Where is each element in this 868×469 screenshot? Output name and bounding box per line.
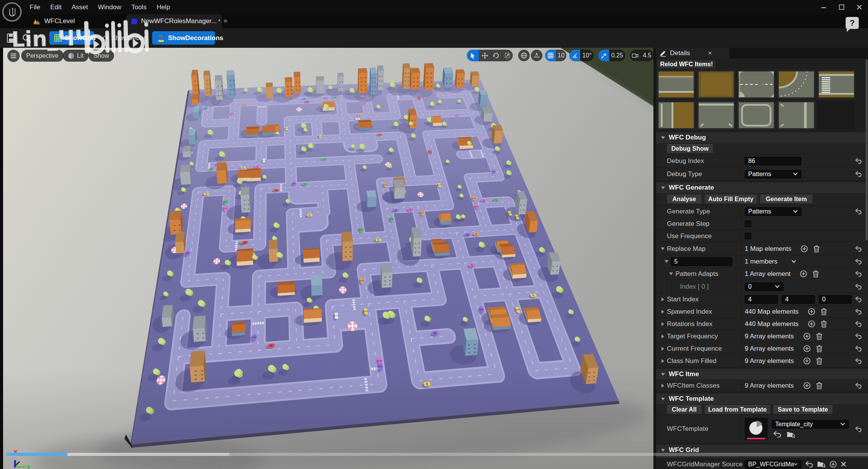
- add-element-button[interactable]: [803, 345, 811, 352]
- wfc-tile-thumb[interactable]: [697, 101, 735, 130]
- delete-element-icon[interactable]: [816, 333, 823, 340]
- menu-edit[interactable]: Edit: [45, 0, 66, 14]
- expander-right-icon[interactable]: [661, 322, 665, 326]
- delete-element-button[interactable]: [821, 308, 827, 315]
- undo-icon[interactable]: [855, 296, 863, 302]
- chevron-down-icon[interactable]: [793, 210, 798, 213]
- reset-to-default-button[interactable]: [855, 284, 863, 289]
- delete-element-icon[interactable]: [821, 320, 827, 328]
- expander-down-icon[interactable]: [669, 272, 673, 276]
- expander-down-icon[interactable]: [661, 136, 665, 140]
- maximize-button[interactable]: [833, 0, 850, 14]
- expander-right-icon[interactable]: [661, 346, 665, 351]
- panel-button[interactable]: Load from Template: [705, 405, 770, 414]
- add-button[interactable]: [829, 461, 837, 468]
- chevron-down-icon[interactable]: [775, 285, 780, 288]
- details-scrollbar[interactable]: [866, 59, 868, 240]
- delete-element-button[interactable]: [821, 320, 827, 328]
- use-selected-icon[interactable]: [773, 431, 781, 437]
- panel-button[interactable]: Save to Template: [773, 405, 833, 414]
- expander-right-icon[interactable]: [661, 359, 665, 363]
- wfc-tile-thumb[interactable]: [697, 70, 735, 99]
- expander-right-icon[interactable]: [661, 297, 665, 302]
- reset-to-default-button[interactable]: [855, 171, 863, 177]
- expander-right-icon[interactable]: [661, 383, 665, 388]
- video-seekbar[interactable]: [0, 453, 868, 456]
- expander-down-icon[interactable]: [660, 247, 665, 250]
- move-tool-button[interactable]: [479, 50, 490, 61]
- angle-snap-button[interactable]: [569, 50, 580, 61]
- chevron-down-icon[interactable]: [793, 172, 798, 176]
- add-element-icon[interactable]: [803, 345, 811, 352]
- undo-icon[interactable]: [855, 346, 863, 351]
- minimize-button[interactable]: [815, 0, 833, 14]
- undo-icon[interactable]: [855, 246, 863, 252]
- reset-to-default-button[interactable]: [855, 158, 863, 164]
- expander-down-icon[interactable]: [661, 397, 665, 401]
- delete-element-button[interactable]: [813, 245, 820, 252]
- delete-element-icon[interactable]: [816, 357, 823, 365]
- panel-button[interactable]: Debug Show: [667, 144, 713, 153]
- menu-help[interactable]: Help: [151, 0, 175, 14]
- add-element-icon[interactable]: [803, 357, 811, 365]
- gridmanager-dropdown[interactable]: BP_WFCGridManag: [745, 460, 801, 469]
- delete-element-button[interactable]: [816, 333, 823, 340]
- reset-to-default-button[interactable]: [855, 296, 863, 302]
- chevron-down-icon[interactable]: [840, 422, 845, 426]
- delete-element-button[interactable]: [816, 382, 823, 389]
- help-bubble-button[interactable]: ?: [846, 17, 859, 29]
- reset-to-default-button[interactable]: [855, 208, 863, 214]
- close-button[interactable]: [850, 0, 868, 14]
- undo-icon[interactable]: [855, 158, 863, 164]
- delete-element-icon[interactable]: [816, 382, 823, 389]
- delete-element-icon[interactable]: [816, 345, 823, 352]
- unreal-logo[interactable]: [2, 2, 22, 22]
- property-checkbox[interactable]: [745, 233, 751, 239]
- camera-speed-control[interactable]: 4.5: [630, 50, 653, 61]
- undo-icon[interactable]: [855, 259, 863, 264]
- delete-element-button[interactable]: [816, 357, 823, 365]
- expander-down-icon[interactable]: [661, 186, 665, 190]
- menu-tools[interactable]: Tools: [126, 0, 152, 14]
- reload-wfc-items-button[interactable]: Relod WFC Items!: [658, 60, 715, 69]
- add-element-icon[interactable]: [803, 333, 811, 340]
- browse-asset-button[interactable]: [817, 461, 826, 468]
- reset-to-default-button[interactable]: [855, 333, 863, 339]
- undo-icon[interactable]: [855, 426, 863, 432]
- reset-to-default-button[interactable]: [855, 259, 863, 264]
- add-element-button[interactable]: [801, 245, 808, 252]
- asset-thumbnail[interactable]: [745, 418, 768, 440]
- wfc-tile-thumb[interactable]: [657, 101, 695, 130]
- wfc-tile-thumb[interactable]: [777, 101, 815, 130]
- section-header[interactable]: WFC Template: [656, 393, 868, 404]
- add-element-icon[interactable]: [808, 320, 815, 328]
- expander-down-icon[interactable]: [661, 449, 665, 452]
- angle-snap-value[interactable]: 10°: [580, 50, 594, 61]
- delete-element-icon[interactable]: [813, 270, 819, 277]
- world-space-button[interactable]: [518, 50, 530, 61]
- reset-to-default-button[interactable]: [855, 346, 863, 351]
- reset-to-default-button[interactable]: [855, 383, 863, 388]
- add-element-button[interactable]: [800, 270, 807, 277]
- browse-asset-icon[interactable]: [787, 431, 795, 438]
- grid-snap-button[interactable]: [545, 50, 556, 61]
- wfc-tile-thumb[interactable]: [777, 70, 815, 99]
- add-element-icon[interactable]: [800, 270, 807, 277]
- select-tool-button[interactable]: [467, 50, 479, 61]
- chevron-down-icon[interactable]: [794, 462, 798, 466]
- delete-element-button[interactable]: [816, 345, 823, 352]
- vector-component-input[interactable]: 4: [782, 295, 815, 304]
- add-element-icon[interactable]: [829, 461, 837, 468]
- wfc-tile-thumb[interactable]: [817, 70, 855, 99]
- section-header[interactable]: WFC Generate: [656, 182, 868, 193]
- add-element-icon[interactable]: [803, 382, 811, 389]
- add-element-button[interactable]: [803, 333, 811, 340]
- reset-to-default-button[interactable]: [855, 321, 863, 327]
- delete-element-icon[interactable]: [813, 245, 820, 252]
- delete-element-button[interactable]: [813, 270, 819, 277]
- panel-button[interactable]: Auto Fill Empty: [705, 195, 757, 203]
- reset-to-default-button[interactable]: [855, 271, 863, 277]
- clear-reference-icon[interactable]: [841, 461, 846, 467]
- property-dropdown[interactable]: Patterns: [745, 207, 801, 216]
- expander-down-icon[interactable]: [661, 373, 665, 376]
